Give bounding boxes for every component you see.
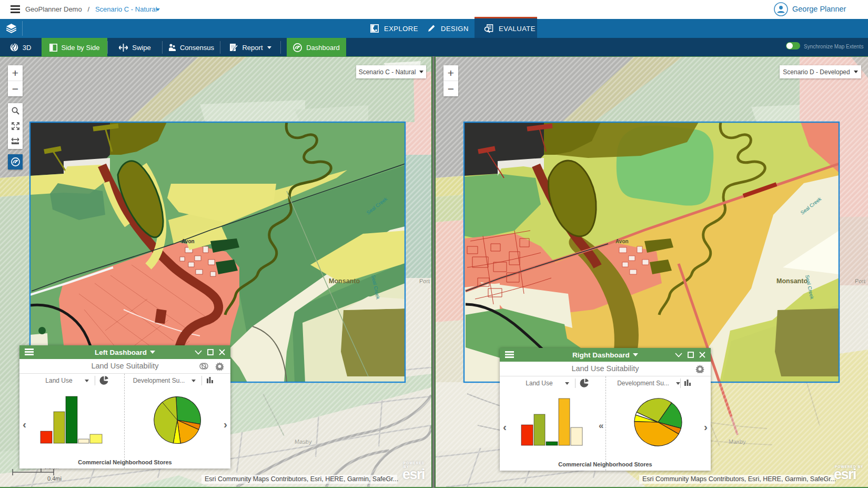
svg-text:0.4mi: 0.4mi bbox=[47, 475, 62, 482]
svg-text:Monsanto: Monsanto bbox=[329, 277, 360, 285]
svg-text:Avon: Avon bbox=[615, 238, 629, 244]
svg-text:Avon: Avon bbox=[181, 238, 195, 244]
svg-text:Monsanto: Monsanto bbox=[776, 277, 808, 285]
